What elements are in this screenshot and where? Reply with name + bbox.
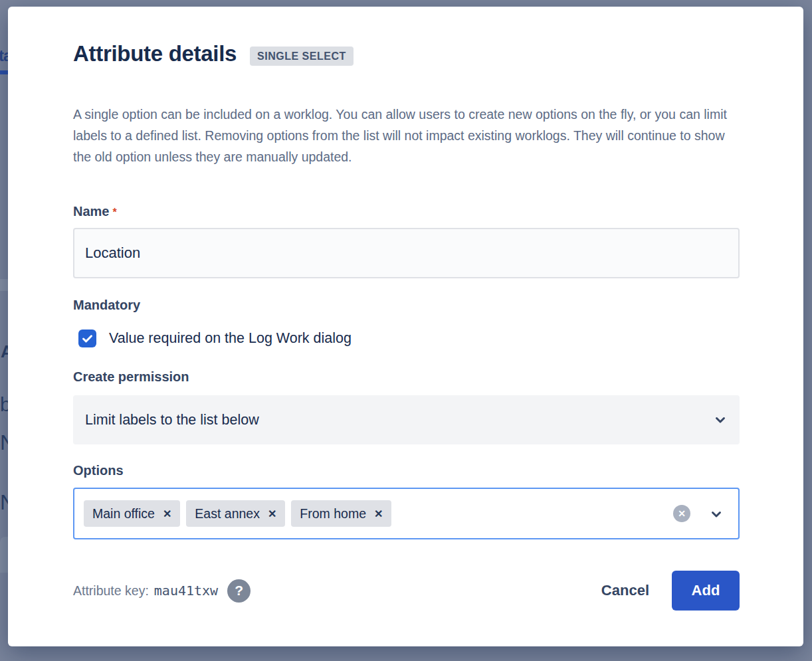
dialog-header: Attribute details SINGLE SELECT — [73, 41, 740, 66]
attribute-details-dialog: Attribute details SINGLE SELECT A single… — [8, 7, 803, 646]
dialog-footer: Attribute key: mau41txw ? Cancel Add — [73, 570, 740, 611]
help-icon[interactable]: ? — [227, 579, 251, 603]
name-input[interactable] — [73, 228, 740, 278]
name-label: Name* — [73, 204, 740, 219]
type-badge: SINGLE SELECT — [250, 47, 354, 66]
screen: ta A b N N Attribute details SINGLE SELE… — [0, 0, 812, 661]
create-permission-label: Create permission — [73, 369, 740, 385]
chevron-down-icon — [713, 413, 728, 430]
required-asterisk: * — [112, 207, 116, 218]
create-permission-select[interactable]: Limit labels to the list below — [73, 395, 740, 444]
cancel-button[interactable]: Cancel — [601, 582, 649, 599]
mandatory-label: Mandatory — [73, 298, 740, 313]
remove-tag-icon[interactable]: ✕ — [374, 508, 383, 520]
attribute-key-label: Attribute key: — [73, 583, 149, 599]
dialog-description: A single option can be included on a wor… — [73, 104, 741, 167]
selected-option: Limit labels to the list below — [85, 412, 259, 428]
mandatory-checkbox[interactable] — [78, 330, 96, 347]
check-icon — [81, 332, 94, 345]
chevron-down-icon[interactable] — [709, 507, 724, 524]
remove-tag-icon[interactable]: ✕ — [163, 508, 171, 520]
mandatory-checkbox-row: Value required on the Log Work dialog — [73, 327, 740, 349]
clear-all-icon[interactable]: ✕ — [673, 505, 690, 522]
option-tag: Main office ✕ — [84, 500, 180, 527]
footer-actions: Cancel Add — [601, 571, 740, 611]
background-tab-underline — [0, 70, 8, 74]
attribute-key-group: Attribute key: mau41txw ? — [73, 579, 251, 603]
background-light-band — [0, 279, 8, 291]
background-button-fragment — [0, 537, 8, 573]
options-label: Options — [73, 463, 740, 478]
option-tag: From home ✕ — [291, 500, 391, 527]
page-title: Attribute details — [73, 41, 237, 66]
option-tag: East annex ✕ — [186, 500, 285, 527]
options-multiselect[interactable]: Main office ✕ East annex ✕ From home ✕ ✕ — [73, 488, 740, 539]
add-button[interactable]: Add — [672, 571, 740, 611]
attribute-key-value: mau41txw — [154, 583, 218, 599]
mandatory-checkbox-label[interactable]: Value required on the Log Work dialog — [109, 330, 352, 347]
remove-tag-icon[interactable]: ✕ — [268, 508, 276, 520]
